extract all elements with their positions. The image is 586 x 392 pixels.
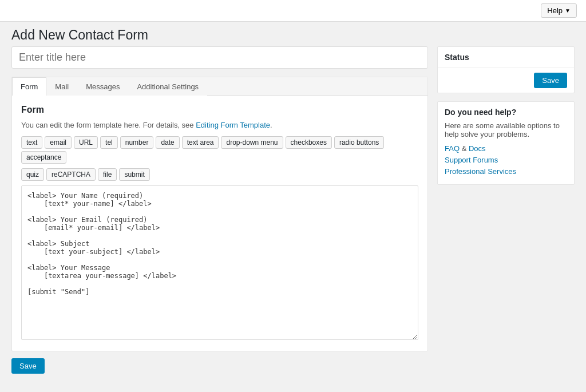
support-forums-link[interactable]: Support Forums	[445, 156, 498, 164]
faq-docs-separator: &	[462, 144, 469, 153]
tag-number[interactable]: number	[120, 136, 154, 149]
tag-checkboxes[interactable]: checkboxes	[286, 136, 332, 149]
editing-form-template-link[interactable]: Editing Form Template	[196, 121, 270, 129]
help-box: Do you need help? Here are some availabl…	[437, 101, 575, 185]
tag-textarea[interactable]: text area	[182, 136, 219, 149]
bottom-save-button[interactable]: Save	[11, 358, 45, 374]
form-description-prefix: You can edit the form template here. For…	[21, 121, 196, 129]
tag-dropdown[interactable]: drop-down menu	[221, 136, 283, 149]
help-link-item-professional: Professional Services	[445, 167, 567, 176]
form-section-title: Form	[21, 105, 418, 115]
form-description: You can edit the form template here. For…	[21, 121, 418, 129]
tag-tel[interactable]: tel	[100, 136, 118, 149]
tags-row-1: text email URL tel number date text area…	[21, 136, 418, 164]
status-save-row: Save	[438, 68, 574, 93]
help-box-content: Do you need help? Here are some availabl…	[438, 102, 574, 184]
chevron-down-icon: ▼	[565, 7, 571, 14]
help-link-item-forums: Support Forums	[445, 156, 567, 164]
tag-url[interactable]: URL	[74, 136, 98, 149]
tab-content-form: Form You can edit the form template here…	[12, 96, 427, 351]
tag-date[interactable]: date	[156, 136, 179, 149]
help-button[interactable]: Help ▼	[541, 3, 577, 18]
tag-recaptcha[interactable]: reCAPTCHA	[46, 168, 96, 181]
form-description-suffix: .	[270, 121, 272, 129]
professional-services-link[interactable]: Professional Services	[445, 167, 516, 176]
tab-messages[interactable]: Messages	[77, 77, 128, 96]
tabs-container: Form Mail Messages Additional Settings F…	[11, 77, 428, 351]
title-input[interactable]	[11, 46, 428, 69]
help-links-list: FAQ & Docs Support Forums Professional S…	[445, 144, 567, 176]
help-box-description: Here are some available options to help …	[445, 121, 567, 138]
page-title: Add New Contact Form	[0, 22, 586, 46]
tag-acceptance[interactable]: acceptance	[21, 151, 66, 164]
tag-file[interactable]: file	[98, 168, 117, 181]
status-title: Status	[438, 47, 574, 68]
tags-row-2: quiz reCAPTCHA file submit	[21, 168, 418, 181]
tag-quiz[interactable]: quiz	[21, 168, 44, 181]
tag-radio[interactable]: radio buttons	[334, 136, 384, 149]
main-layout: Form Mail Messages Additional Settings F…	[0, 46, 586, 387]
status-box: Status Save	[437, 46, 575, 93]
docs-link[interactable]: Docs	[469, 144, 486, 153]
help-box-title: Do you need help?	[445, 108, 567, 117]
top-bar: Help ▼	[0, 0, 586, 22]
tab-mail[interactable]: Mail	[46, 77, 77, 96]
form-template-textarea[interactable]	[21, 185, 418, 340]
help-link-item-faq: FAQ & Docs	[445, 144, 567, 153]
tag-text[interactable]: text	[21, 136, 42, 149]
tag-email[interactable]: email	[45, 136, 72, 149]
faq-link[interactable]: FAQ	[445, 144, 460, 153]
tag-submit[interactable]: submit	[119, 168, 149, 181]
tab-form[interactable]: Form	[12, 77, 46, 96]
bottom-save-area: Save	[11, 351, 428, 376]
help-label: Help	[547, 6, 563, 15]
tab-additional-settings[interactable]: Additional Settings	[128, 77, 207, 96]
sidebar: Status Save Do you need help? Here are s…	[437, 46, 575, 376]
content-area: Form Mail Messages Additional Settings F…	[11, 46, 428, 376]
tabs-header: Form Mail Messages Additional Settings	[12, 77, 427, 96]
sidebar-save-button[interactable]: Save	[534, 73, 567, 88]
